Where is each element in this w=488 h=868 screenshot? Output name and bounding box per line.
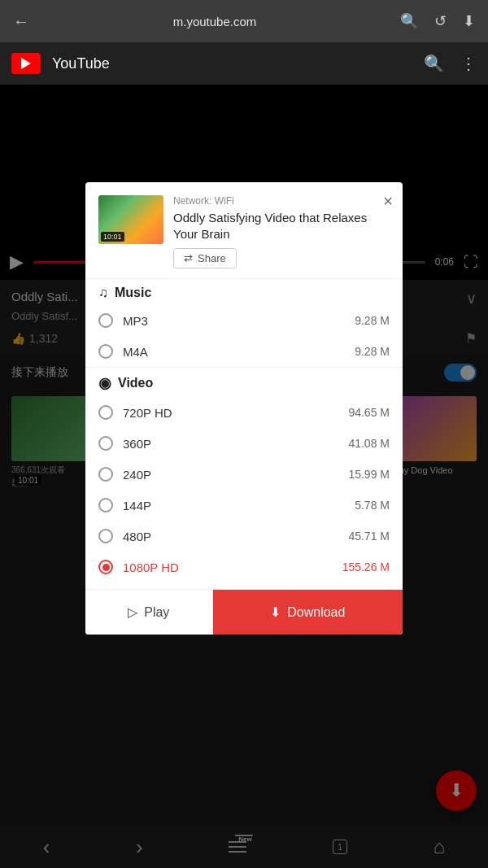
modal-video-title: Oddly Satisfying Video that Relaxes Your… xyxy=(173,210,390,242)
modal-network-label: Network: WiFi xyxy=(173,195,390,207)
browser-bar: ← m.youtube.com 🔍 ↺ ⬇ xyxy=(0,0,488,42)
browser-back-button[interactable]: ← xyxy=(13,12,29,31)
option-row-m4a[interactable]: M4A 9.28 M xyxy=(85,336,403,367)
option-size-240p: 15.99 M xyxy=(348,468,390,481)
yt-bar-action-icons: 🔍 ⋮ xyxy=(424,54,477,73)
option-row-1080p[interactable]: 1080P HD 155.26 M xyxy=(85,552,403,582)
music-section-header: ♫ Music xyxy=(85,278,403,305)
option-row-480p[interactable]: 480P 45.71 M xyxy=(85,521,403,552)
modal-footer: ▷ Play ⬇ Download xyxy=(85,589,403,635)
radio-m4a[interactable] xyxy=(98,344,113,359)
option-size-1080p: 155.26 M xyxy=(342,560,390,574)
video-circle-icon: ◉ xyxy=(98,374,111,392)
option-label-mp3: MP3 xyxy=(123,314,345,328)
modal-thumbnail: 10:01 xyxy=(98,195,163,244)
radio-480p[interactable] xyxy=(98,529,113,543)
share-icon: ⇄ xyxy=(184,252,193,264)
browser-url: m.youtube.com xyxy=(39,15,390,28)
play-triangle-icon: ▷ xyxy=(128,604,137,620)
youtube-title: YouTube xyxy=(52,55,412,72)
main-content: ▶ 0:06 ⛶ Oddly Sati... ∨ Oddly Satisf...… xyxy=(0,85,488,868)
modal-download-button[interactable]: ⬇ Download xyxy=(213,590,403,635)
modal-overlay: × 10:01 Network: WiFi Oddly Satisfying V… xyxy=(0,85,488,868)
option-label-144p: 144P xyxy=(123,499,345,513)
radio-720p[interactable] xyxy=(98,405,113,420)
download-button-label: Download xyxy=(287,605,345,620)
music-note-icon: ♫ xyxy=(98,286,108,300)
option-row-144p[interactable]: 144P 5.78 M xyxy=(85,490,403,521)
option-label-720p: 720P HD xyxy=(123,406,338,420)
youtube-app-bar: YouTube 🔍 ⋮ xyxy=(0,42,488,85)
download-arrow-icon: ⬇ xyxy=(270,604,281,620)
video-section-header: ◉ Video xyxy=(85,367,403,397)
modal-share-button[interactable]: ⇄ Share xyxy=(173,248,237,268)
option-row-360p[interactable]: 360P 41.08 M xyxy=(85,428,403,459)
option-label-480p: 480P xyxy=(123,530,338,543)
share-label: Share xyxy=(198,252,226,264)
modal-thumb-duration: 10:01 xyxy=(101,232,124,242)
modal-header: 10:01 Network: WiFi Oddly Satisfying Vid… xyxy=(85,182,403,278)
modal-header-info: Network: WiFi Oddly Satisfying Video tha… xyxy=(173,195,390,268)
option-label-240p: 240P xyxy=(123,468,338,482)
radio-inner-1080p xyxy=(102,564,110,571)
option-row-240p[interactable]: 240P 15.99 M xyxy=(85,459,403,490)
play-button-label: Play xyxy=(144,605,169,620)
radio-360p[interactable] xyxy=(98,436,113,451)
radio-240p[interactable] xyxy=(98,467,113,482)
youtube-play-triangle xyxy=(21,58,31,69)
option-size-mp3: 9.28 M xyxy=(355,314,390,327)
download-modal: × 10:01 Network: WiFi Oddly Satisfying V… xyxy=(85,182,403,635)
option-size-m4a: 9.28 M xyxy=(355,345,390,358)
option-label-m4a: M4A xyxy=(123,345,345,359)
yt-more-icon[interactable]: ⋮ xyxy=(460,54,477,73)
video-section-label: Video xyxy=(118,376,153,390)
option-size-360p: 41.08 M xyxy=(348,437,390,450)
option-label-1080p: 1080P HD xyxy=(123,560,333,574)
option-size-720p: 94.65 M xyxy=(348,406,390,419)
option-row-720p[interactable]: 720P HD 94.65 M xyxy=(85,397,403,428)
browser-download-icon[interactable]: ⬇ xyxy=(463,12,475,30)
modal-close-button[interactable]: × xyxy=(383,192,393,211)
option-row-mp3[interactable]: MP3 9.28 M xyxy=(85,305,403,336)
music-section-label: Music xyxy=(115,286,151,300)
youtube-logo xyxy=(11,53,41,74)
browser-action-icons: 🔍 ↺ ⬇ xyxy=(400,12,475,30)
radio-1080p[interactable] xyxy=(98,560,113,574)
option-size-480p: 45.71 M xyxy=(348,530,390,543)
radio-mp3[interactable] xyxy=(98,313,113,328)
yt-search-icon[interactable]: 🔍 xyxy=(424,54,444,73)
option-size-144p: 5.78 M xyxy=(355,499,390,512)
browser-refresh-icon[interactable]: ↺ xyxy=(434,12,447,30)
option-label-360p: 360P xyxy=(123,437,338,451)
modal-play-button[interactable]: ▷ Play xyxy=(85,590,213,635)
browser-search-icon[interactable]: 🔍 xyxy=(400,12,418,30)
radio-144p[interactable] xyxy=(98,498,113,513)
